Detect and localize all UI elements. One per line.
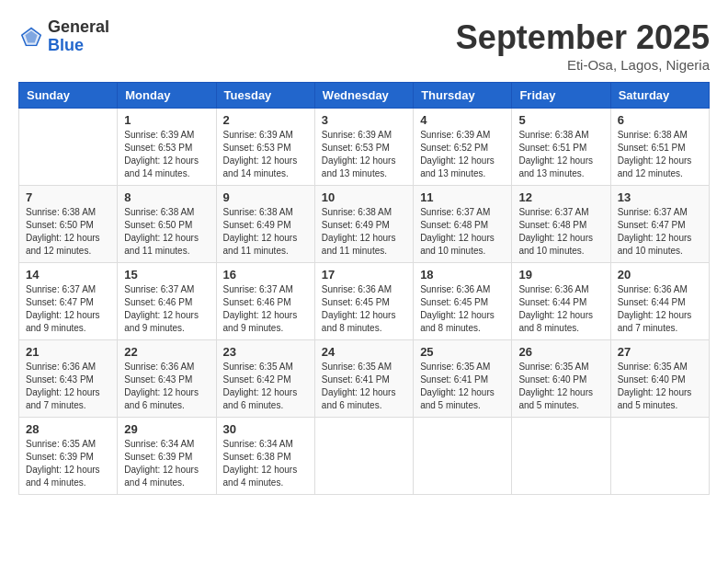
day-info: Sunrise: 6:39 AMSunset: 6:52 PMDaylight:…: [420, 129, 505, 180]
day-info: Sunrise: 6:37 AMSunset: 6:47 PMDaylight:…: [26, 283, 110, 335]
day-number: 18: [420, 268, 505, 282]
calendar-cell: 5Sunrise: 6:38 AMSunset: 6:51 PMDaylight…: [512, 109, 610, 186]
month-title: September 2025: [456, 18, 710, 57]
day-number: 17: [322, 268, 406, 282]
day-info: Sunrise: 6:35 AMSunset: 6:41 PMDaylight:…: [322, 361, 406, 412]
calendar-cell: 20Sunrise: 6:36 AMSunset: 6:44 PMDayligh…: [610, 263, 709, 340]
calendar-cell: 7Sunrise: 6:38 AMSunset: 6:50 PMDaylight…: [19, 186, 118, 263]
calendar-cell: 29Sunrise: 6:34 AMSunset: 6:39 PMDayligh…: [118, 418, 216, 495]
calendar-cell: 26Sunrise: 6:35 AMSunset: 6:40 PMDayligh…: [512, 340, 610, 418]
calendar-cell: 2Sunrise: 6:39 AMSunset: 6:53 PMDaylight…: [216, 109, 314, 186]
day-number: 26: [518, 345, 603, 359]
calendar-cell: 1Sunrise: 6:39 AMSunset: 6:53 PMDaylight…: [118, 109, 216, 186]
calendar-week-row: 14Sunrise: 6:37 AMSunset: 6:47 PMDayligh…: [19, 263, 710, 340]
title-section: September 2025 Eti-Osa, Lagos, Nigeria: [456, 18, 710, 73]
day-number: 16: [223, 268, 308, 282]
day-number: 11: [420, 190, 505, 204]
calendar-week-row: 7Sunrise: 6:38 AMSunset: 6:50 PMDaylight…: [19, 186, 710, 263]
day-info: Sunrise: 6:35 AMSunset: 6:42 PMDaylight:…: [223, 361, 308, 412]
day-info: Sunrise: 6:36 AMSunset: 6:45 PMDaylight:…: [420, 283, 505, 335]
logo-blue: Blue: [48, 37, 109, 55]
day-info: Sunrise: 6:37 AMSunset: 6:47 PMDaylight:…: [618, 206, 702, 258]
weekday-header: Monday: [118, 83, 216, 109]
day-number: 12: [518, 190, 603, 204]
day-number: 6: [618, 113, 702, 127]
day-number: 23: [223, 345, 308, 359]
day-info: Sunrise: 6:35 AMSunset: 6:40 PMDaylight:…: [618, 361, 702, 412]
calendar-cell: [414, 418, 512, 495]
calendar-cell: 12Sunrise: 6:37 AMSunset: 6:48 PMDayligh…: [512, 186, 610, 263]
day-info: Sunrise: 6:36 AMSunset: 6:44 PMDaylight:…: [518, 283, 603, 335]
day-number: 15: [124, 268, 209, 282]
calendar-table: SundayMondayTuesdayWednesdayThursdayFrid…: [18, 82, 710, 495]
weekday-header: Tuesday: [216, 83, 314, 109]
calendar-cell: 13Sunrise: 6:37 AMSunset: 6:47 PMDayligh…: [610, 186, 709, 263]
logo-general: General: [48, 18, 109, 37]
day-number: 21: [26, 345, 110, 359]
day-info: Sunrise: 6:37 AMSunset: 6:46 PMDaylight:…: [223, 283, 308, 335]
day-number: 19: [518, 268, 603, 282]
calendar-cell: 24Sunrise: 6:35 AMSunset: 6:41 PMDayligh…: [314, 340, 413, 418]
logo: General Blue: [18, 18, 109, 55]
logo-text: General Blue: [48, 18, 109, 55]
calendar-cell: [314, 418, 413, 495]
day-info: Sunrise: 6:38 AMSunset: 6:49 PMDaylight:…: [223, 206, 308, 258]
calendar-cell: [512, 418, 610, 495]
day-info: Sunrise: 6:38 AMSunset: 6:51 PMDaylight:…: [618, 129, 702, 180]
day-number: 29: [124, 422, 209, 436]
day-info: Sunrise: 6:36 AMSunset: 6:45 PMDaylight:…: [322, 283, 406, 335]
logo-icon: [18, 24, 44, 50]
calendar-cell: 4Sunrise: 6:39 AMSunset: 6:52 PMDaylight…: [414, 109, 512, 186]
day-number: 27: [618, 345, 702, 359]
calendar-cell: 3Sunrise: 6:39 AMSunset: 6:53 PMDaylight…: [314, 109, 413, 186]
day-number: 14: [26, 268, 110, 282]
day-number: 2: [223, 113, 308, 127]
day-number: 7: [26, 190, 110, 204]
day-info: Sunrise: 6:36 AMSunset: 6:43 PMDaylight:…: [124, 361, 209, 412]
day-number: 5: [518, 113, 603, 127]
calendar-cell: 22Sunrise: 6:36 AMSunset: 6:43 PMDayligh…: [118, 340, 216, 418]
day-number: 1: [124, 113, 209, 127]
day-info: Sunrise: 6:39 AMSunset: 6:53 PMDaylight:…: [322, 129, 406, 180]
day-info: Sunrise: 6:39 AMSunset: 6:53 PMDaylight:…: [223, 129, 308, 180]
calendar-week-row: 1Sunrise: 6:39 AMSunset: 6:53 PMDaylight…: [19, 109, 710, 186]
calendar-cell: 23Sunrise: 6:35 AMSunset: 6:42 PMDayligh…: [216, 340, 314, 418]
day-info: Sunrise: 6:38 AMSunset: 6:51 PMDaylight:…: [518, 129, 603, 180]
calendar-cell: 16Sunrise: 6:37 AMSunset: 6:46 PMDayligh…: [216, 263, 314, 340]
calendar-cell: 27Sunrise: 6:35 AMSunset: 6:40 PMDayligh…: [610, 340, 709, 418]
day-number: 3: [322, 113, 406, 127]
day-info: Sunrise: 6:37 AMSunset: 6:48 PMDaylight:…: [518, 206, 603, 258]
calendar-cell: 25Sunrise: 6:35 AMSunset: 6:41 PMDayligh…: [414, 340, 512, 418]
calendar-cell: 14Sunrise: 6:37 AMSunset: 6:47 PMDayligh…: [19, 263, 118, 340]
weekday-header: Friday: [512, 83, 610, 109]
weekday-header: Wednesday: [314, 83, 413, 109]
calendar-cell: 8Sunrise: 6:38 AMSunset: 6:50 PMDaylight…: [118, 186, 216, 263]
day-info: Sunrise: 6:37 AMSunset: 6:46 PMDaylight:…: [124, 283, 209, 335]
calendar-cell: 18Sunrise: 6:36 AMSunset: 6:45 PMDayligh…: [414, 263, 512, 340]
day-info: Sunrise: 6:35 AMSunset: 6:40 PMDaylight:…: [518, 361, 603, 412]
calendar-cell: 11Sunrise: 6:37 AMSunset: 6:48 PMDayligh…: [414, 186, 512, 263]
day-info: Sunrise: 6:36 AMSunset: 6:43 PMDaylight:…: [26, 361, 110, 412]
day-number: 22: [124, 345, 209, 359]
day-number: 10: [322, 190, 406, 204]
calendar-header-row: SundayMondayTuesdayWednesdayThursdayFrid…: [19, 83, 710, 109]
calendar-week-row: 28Sunrise: 6:35 AMSunset: 6:39 PMDayligh…: [19, 418, 710, 495]
calendar-cell: 28Sunrise: 6:35 AMSunset: 6:39 PMDayligh…: [19, 418, 118, 495]
day-info: Sunrise: 6:39 AMSunset: 6:53 PMDaylight:…: [124, 129, 209, 180]
day-info: Sunrise: 6:37 AMSunset: 6:48 PMDaylight:…: [420, 206, 505, 258]
location: Eti-Osa, Lagos, Nigeria: [456, 57, 710, 73]
day-number: 4: [420, 113, 505, 127]
calendar-cell: 9Sunrise: 6:38 AMSunset: 6:49 PMDaylight…: [216, 186, 314, 263]
calendar-cell: 17Sunrise: 6:36 AMSunset: 6:45 PMDayligh…: [314, 263, 413, 340]
day-info: Sunrise: 6:38 AMSunset: 6:50 PMDaylight:…: [26, 206, 110, 258]
weekday-header: Thursday: [414, 83, 512, 109]
calendar-cell: 21Sunrise: 6:36 AMSunset: 6:43 PMDayligh…: [19, 340, 118, 418]
day-number: 13: [618, 190, 702, 204]
calendar-cell: [19, 109, 118, 186]
weekday-header: Sunday: [19, 83, 118, 109]
calendar-cell: 10Sunrise: 6:38 AMSunset: 6:49 PMDayligh…: [314, 186, 413, 263]
calendar-cell: 19Sunrise: 6:36 AMSunset: 6:44 PMDayligh…: [512, 263, 610, 340]
day-info: Sunrise: 6:34 AMSunset: 6:38 PMDaylight:…: [223, 438, 308, 489]
page-header: General Blue September 2025 Eti-Osa, Lag…: [18, 18, 710, 73]
day-info: Sunrise: 6:38 AMSunset: 6:50 PMDaylight:…: [124, 206, 209, 258]
